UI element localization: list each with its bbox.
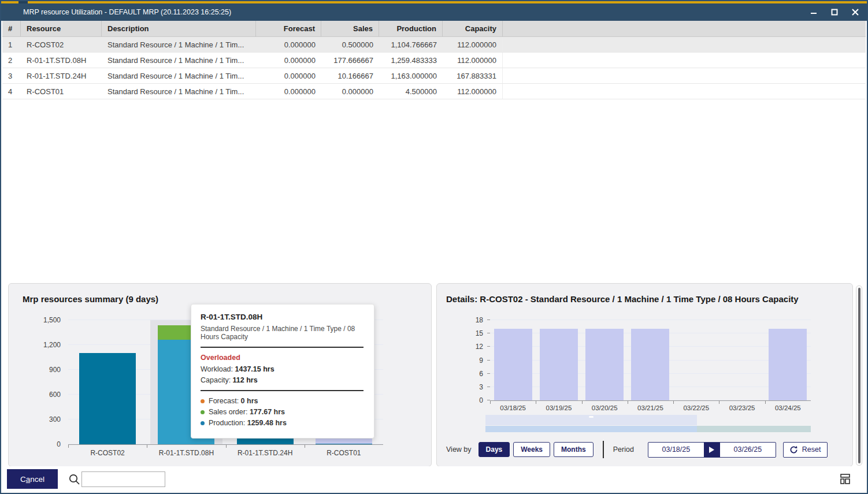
search-icon [68,473,80,485]
column-header-capacity[interactable]: Capacity [443,21,503,36]
tooltip-status: Overloaded [201,354,363,362]
bar-segment-production[interactable] [79,353,136,444]
layout-grid-icon[interactable] [839,473,852,485]
timeline-track-remainder[interactable] [697,426,811,432]
cell-filler [503,53,866,68]
cell-num: 2 [2,53,21,68]
cell-production: 4.500000 [379,84,443,99]
vertical-scrollbar[interactable] [856,285,862,466]
column-header-description[interactable]: Description [102,21,256,36]
reset-button[interactable]: Reset [783,442,828,458]
legend-dot-icon [201,421,205,425]
minimize-icon[interactable] [810,9,817,16]
bar-slot-03/23/25[interactable] [719,320,765,400]
period-to-field[interactable]: 03/26/25 [720,445,776,454]
y-axis-tick-label: 6 [454,370,483,378]
period-from-field[interactable]: 03/18/25 [648,445,704,454]
cell-sales: 10.166667 [321,68,379,83]
cell-forecast: 0.000000 [256,53,321,68]
bar-slot-03/21/25[interactable] [628,320,673,400]
tooltip-capacity: Capacity: 112 hrs [201,376,363,384]
x-axis-tick [305,445,305,448]
column-header-[interactable]: # [2,21,21,36]
cell-description: Standard Resource / 1 Machine / 1 Tim... [102,68,256,83]
y-axis-tick-label: 0 [454,396,483,404]
y-axis-tick-label: 15 [454,329,483,337]
cell-capacity: 112.000000 [443,53,503,68]
cell-sales: 0.000000 [321,84,379,99]
cell-resource: R-01-1T.STD.08H [21,53,102,68]
x-axis-category-label: R-COST02 [68,449,147,457]
reset-label: Reset [802,445,821,454]
x-axis-date-label: 03/22/25 [673,404,719,411]
bar-slot-03/19/25[interactable] [536,320,581,400]
x-axis-category-label: R-01-1T.STD.24H [226,449,305,457]
cell-description: Standard Resource / 1 Machine / 1 Tim... [102,84,256,99]
refresh-icon [789,445,798,454]
x-axis-date-label: 03/23/25 [719,404,765,411]
cell-num: 4 [2,84,21,99]
capacity-bar[interactable] [494,329,532,400]
table-header-row: #ResourceDescriptionForecastSalesProduct… [2,21,866,37]
y-axis-tick-label: 9 [454,356,483,365]
period-range-control: 03/18/25 03/26/25 [648,442,776,458]
y-axis-tick-label: 1,200 [20,341,61,349]
chart-tooltip: R-01-1T.STD.08H Standard Resource / 1 Ma… [191,304,374,439]
cell-num: 3 [2,68,21,83]
view-by-days-button[interactable]: Days [478,442,510,457]
y-axis-tick-label: 18 [454,316,483,324]
maximize-icon[interactable] [831,9,838,16]
view-by-label: View by [446,445,472,454]
timeline-brush[interactable] [485,415,697,425]
bar-slot-03/22/25[interactable] [673,320,719,400]
cell-resource: R-COST02 [21,37,102,52]
window-title: MRP resource Utilization - DEFAULT MRP (… [23,8,231,16]
x-axis-date-label: 03/21/25 [628,404,673,411]
legend-dot-icon [201,399,205,403]
bar-slot-03/18/25[interactable] [490,320,536,400]
y-axis-tick-label: 300 [20,415,61,424]
x-axis-category-label: R-01-1T.STD.08H [147,449,225,457]
cell-sales: 0.500000 [321,37,379,52]
y-axis-tick-label: 900 [20,366,61,374]
cell-filler [503,84,866,99]
cell-production: 1,259.483333 [379,53,443,68]
table-row[interactable]: 2R-01-1T.STD.08HStandard Resource / 1 Ma… [2,53,866,68]
cell-filler [503,68,866,83]
cell-forecast: 0.000000 [256,84,321,99]
capacity-bar[interactable] [540,329,578,400]
timeline-track-selected[interactable] [485,426,697,432]
scrollbar-thumb[interactable] [858,288,860,463]
x-axis-date-label: 03/18/25 [490,404,536,411]
view-by-weeks-button[interactable]: Weeks [513,442,550,457]
bar-segment-production[interactable] [316,444,372,444]
brush-handle[interactable] [589,416,593,418]
column-header-resource[interactable]: Resource [21,21,102,36]
cancel-button[interactable]: Cancel [7,469,58,489]
bar-slot-03/20/25[interactable] [582,320,628,400]
bar-slot-03/24/25[interactable] [765,320,811,400]
x-axis-tick [226,445,227,448]
close-icon[interactable] [852,9,859,16]
x-axis-tick [628,401,628,404]
period-arrow-button[interactable] [704,442,720,458]
x-axis-tick [68,445,69,448]
table-row[interactable]: 1R-COST02Standard Resource / 1 Machine /… [2,37,866,53]
details-chart[interactable] [490,320,811,400]
view-by-months-button[interactable]: Months [554,442,593,457]
table-row[interactable]: 3R-01-1T.STD.24HStandard Resource / 1 Ma… [2,68,866,84]
capacity-bar[interactable] [631,329,669,400]
x-axis-tick [765,401,766,404]
bar-slot-R-COST02[interactable] [68,320,147,444]
search-input[interactable] [81,471,165,487]
x-axis-date-label: 03/19/25 [536,404,581,411]
footer-bar: Cancel [1,466,867,493]
table-row[interactable]: 4R-COST01Standard Resource / 1 Machine /… [2,84,866,99]
charts-area: Mrp resources summary (9 days) 030060090… [8,283,853,467]
cell-description: Standard Resource / 1 Machine / 1 Tim... [102,53,256,68]
capacity-bar[interactable] [769,329,807,400]
column-header-forecast[interactable]: Forecast [256,21,321,36]
column-header-sales[interactable]: Sales [321,21,379,36]
capacity-bar[interactable] [585,329,624,400]
column-header-production[interactable]: Production [379,21,443,36]
